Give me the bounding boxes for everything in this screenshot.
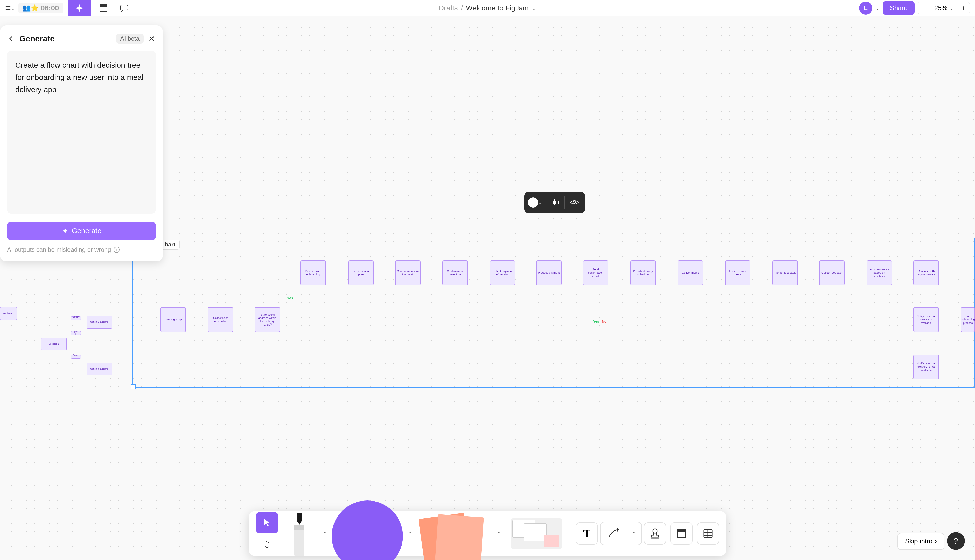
table-icon (702, 528, 714, 539)
flow-node[interactable]: Confirm meal selection (442, 260, 468, 285)
flow-node[interactable]: Notify user that service is available (913, 307, 939, 332)
flow-node[interactable]: Continue with regular service (913, 260, 939, 285)
flow-node[interactable]: User receives meals (725, 260, 751, 285)
flow-node[interactable]: Ask for feedback (773, 260, 798, 285)
svg-rect-4 (100, 5, 107, 7)
sticky-note-tool[interactable] (421, 516, 493, 557)
hand-tool[interactable] (256, 534, 278, 555)
flow-node[interactable]: Provide delivery schedule (630, 260, 656, 285)
context-toolbar: ⌄ (524, 192, 585, 213)
table-tool[interactable] (697, 522, 719, 545)
flow-node[interactable]: Collect payment information (490, 260, 515, 285)
divider (570, 517, 570, 550)
panel-title: Generate (19, 34, 112, 43)
widget-preview-icon (511, 518, 562, 549)
help-button[interactable]: ? (947, 532, 965, 550)
section-label[interactable]: hart (161, 240, 180, 250)
svg-rect-0 (6, 6, 10, 7)
breadcrumb: Drafts / Welcome to FigJam ⌄ (439, 4, 536, 12)
cursor-tool-group (254, 509, 280, 558)
close-button[interactable] (148, 35, 156, 43)
marker-tool[interactable] (280, 511, 318, 557)
mini-flow-node[interactable]: Decision 1 (0, 307, 17, 320)
mini-flow-node[interactable]: Option 1 (71, 317, 81, 320)
zoom-level-display[interactable]: 25% ⌄ (930, 4, 957, 12)
zoom-out-button[interactable]: − (918, 2, 930, 14)
sticky-note-icon (435, 514, 484, 560)
generate-button[interactable]: Generate (7, 222, 156, 240)
ai-generate-tool[interactable] (68, 0, 90, 16)
shape-expand-button[interactable]: ⌃ (405, 528, 415, 538)
figma-logo-icon (5, 5, 11, 11)
template-tool[interactable] (670, 522, 693, 545)
flow-node[interactable]: Is the user's address within the deliver… (254, 307, 280, 332)
topbar: ⌄ 👥⭐ 06:00 Drafts / Welcome to FigJam ⌄ … (0, 0, 975, 16)
rename-button[interactable] (547, 195, 562, 210)
info-icon[interactable]: i (114, 247, 120, 253)
mini-flow-node[interactable]: Option 2 (71, 355, 81, 358)
chevron-down-icon[interactable]: ⌄ (532, 5, 536, 11)
prompt-input-area[interactable]: Create a flow chart with decision tree f… (7, 51, 156, 213)
stamp-tool[interactable] (644, 522, 666, 545)
section-tool[interactable] (96, 0, 111, 16)
shape-tool[interactable] (332, 511, 403, 557)
flow-node[interactable]: Collect feedback (819, 260, 845, 285)
widget-tool[interactable] (506, 516, 567, 552)
flow-node[interactable]: Notify user that delivery is not availab… (913, 355, 939, 380)
template-icon (676, 528, 687, 539)
share-button[interactable]: Share (883, 1, 915, 15)
bottom-toolbar: ⌃ ⌃ ⌃ T ⌃ (249, 511, 726, 557)
prompt-text[interactable]: Create a flow chart with decision tree f… (15, 59, 148, 96)
zoom-in-button[interactable]: + (957, 2, 970, 14)
figma-menu-button[interactable]: ⌄ (5, 3, 15, 13)
flow-node[interactable]: Process payment (536, 260, 562, 285)
flow-node[interactable]: Collect user information (208, 307, 233, 332)
back-button[interactable] (7, 35, 15, 43)
marker-expand-button[interactable]: ⌃ (320, 528, 330, 538)
flow-node[interactable]: Send confirmation email (583, 260, 609, 285)
divider (545, 196, 545, 209)
flow-node[interactable]: Select a meal plan (348, 260, 374, 285)
no-label: No (602, 319, 607, 323)
flow-node[interactable]: Proceed with onboarding (300, 260, 326, 285)
section-icon (99, 3, 108, 13)
svg-rect-14 (677, 530, 686, 532)
sticky-expand-button[interactable]: ⌃ (494, 528, 504, 538)
text-tool[interactable]: T (575, 522, 598, 545)
color-picker-button[interactable]: ⌄ (527, 195, 543, 210)
timer-widget[interactable]: 👥⭐ 06:00 (18, 3, 63, 13)
flow-node[interactable]: Choose meals for the week (395, 260, 421, 285)
flow-node[interactable]: End onboarding process (961, 307, 975, 332)
eye-icon (569, 197, 579, 208)
user-avatar[interactable]: L (859, 2, 872, 15)
comment-tool[interactable] (116, 0, 131, 16)
svg-rect-2 (6, 9, 10, 10)
chevron-right-icon: › (935, 537, 937, 545)
chevron-up-icon: ⌃ (632, 530, 636, 537)
mini-flow-node[interactable]: Option 2 (71, 331, 81, 335)
panel-header: Generate AI beta (7, 33, 156, 44)
visibility-button[interactable] (567, 195, 582, 210)
flow-node[interactable]: User signs up (161, 307, 186, 332)
svg-rect-7 (556, 201, 558, 204)
chevron-up-icon: ⌃ (408, 530, 412, 537)
select-tool[interactable] (256, 512, 278, 533)
disclaimer: AI outputs can be misleading or wrong i (7, 246, 156, 253)
flow-node[interactable]: Deliver meals (678, 260, 703, 285)
topbar-right: L ⌄ Share − 25% ⌄ + (859, 1, 970, 15)
breadcrumb-title[interactable]: Welcome to FigJam (466, 4, 529, 12)
skip-intro-button[interactable]: Skip intro › (897, 533, 945, 550)
svg-point-8 (573, 201, 575, 204)
mini-flow-node[interactable]: Decision 2 (41, 338, 67, 350)
flow-node[interactable]: Improve service based on feedback (866, 260, 892, 285)
mini-flow-node[interactable]: Option 3 outcome (87, 316, 112, 328)
svg-point-11 (653, 529, 657, 533)
mini-flow-node[interactable]: Option 4 outcome (87, 363, 112, 375)
connector-expand-button[interactable]: ⌃ (629, 522, 639, 545)
breadcrumb-parent[interactable]: Drafts (439, 4, 458, 12)
avatar-chevron-icon[interactable]: ⌄ (875, 5, 880, 11)
divider (564, 196, 565, 209)
selection-handle[interactable] (130, 384, 136, 389)
connector-tool[interactable] (602, 522, 625, 545)
timer-emoji-icons: 👥⭐ (22, 4, 39, 12)
